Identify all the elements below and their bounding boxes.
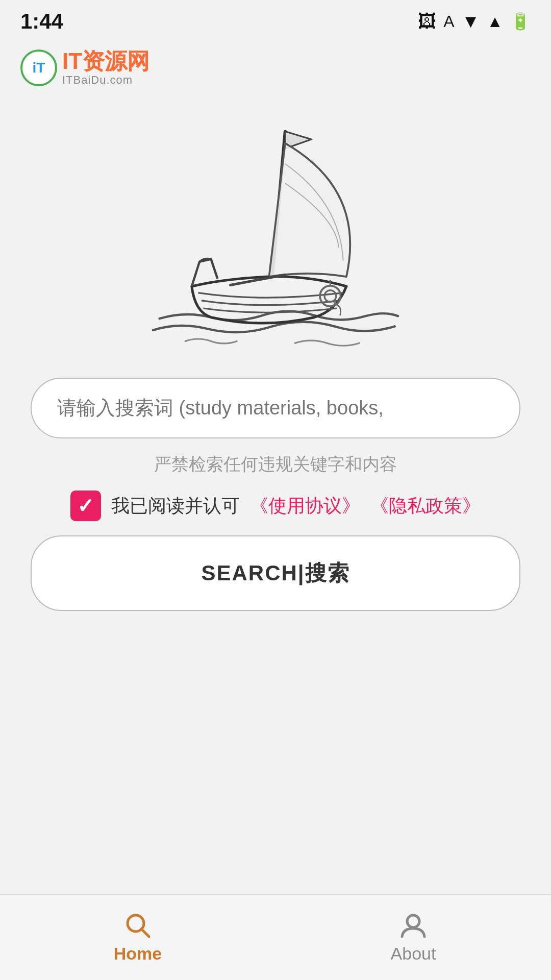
signal-icon: ▲ (487, 12, 503, 31)
logo-circle: iT (20, 50, 57, 86)
logo-text-group: IT资源网 ITBaiDu.com (62, 49, 149, 87)
boat-svg (143, 112, 408, 357)
search-section: 严禁检索任何违规关键字和内容 ✓ 我已阅读并认可 《使用协议》 《隐私政策》 S… (31, 378, 520, 611)
wifi-icon: ▼ (462, 11, 480, 32)
status-icons: 🖼 A ▼ ▲ 🔋 (418, 11, 531, 32)
about-nav-label: About (391, 944, 436, 964)
agreement-prefix-text: 我已阅读并认可 (111, 494, 240, 519)
search-input-wrapper[interactable] (31, 378, 520, 438)
nav-item-home[interactable]: Home (0, 903, 276, 972)
main-content: 严禁检索任何违规关键字和内容 ✓ 我已阅读并认可 《使用协议》 《隐私政策》 S… (0, 92, 551, 980)
agreement-row: ✓ 我已阅读并认可 《使用协议》 《隐私政策》 (70, 491, 481, 521)
logo-main-text: IT资源网 (62, 49, 149, 74)
logo-it-text: iT (33, 61, 45, 75)
about-user-icon (399, 911, 428, 940)
battery-icon: 🔋 (510, 12, 531, 31)
boat-illustration (143, 112, 408, 357)
status-time: 1:44 (20, 9, 63, 34)
checkmark-icon: ✓ (77, 496, 94, 516)
translate-icon: A (443, 12, 454, 31)
svg-line-6 (141, 929, 149, 937)
nav-item-about[interactable]: About (276, 903, 551, 972)
image-icon: 🖼 (418, 11, 436, 32)
svg-point-7 (407, 915, 419, 927)
status-bar: 1:44 🖼 A ▼ ▲ 🔋 (0, 0, 551, 39)
svg-point-2 (320, 286, 340, 306)
bottom-nav: Home About (0, 894, 551, 980)
home-search-icon (123, 911, 152, 940)
agreement-checkbox[interactable]: ✓ (70, 491, 101, 521)
privacy-link[interactable]: 《隐私政策》 (370, 494, 481, 519)
svg-point-3 (324, 290, 336, 302)
home-nav-label: Home (114, 944, 162, 964)
terms-link[interactable]: 《使用协议》 (250, 494, 360, 519)
search-button[interactable]: SEARCH|搜索 (31, 535, 520, 611)
search-input[interactable] (57, 397, 494, 419)
logo-container: iT IT资源网 ITBaiDu.com (20, 49, 531, 87)
logo-sub-text: ITBaiDu.com (62, 74, 149, 87)
header: iT IT资源网 ITBaiDu.com (0, 39, 551, 92)
search-warning: 严禁检索任何违规关键字和内容 (154, 453, 397, 476)
